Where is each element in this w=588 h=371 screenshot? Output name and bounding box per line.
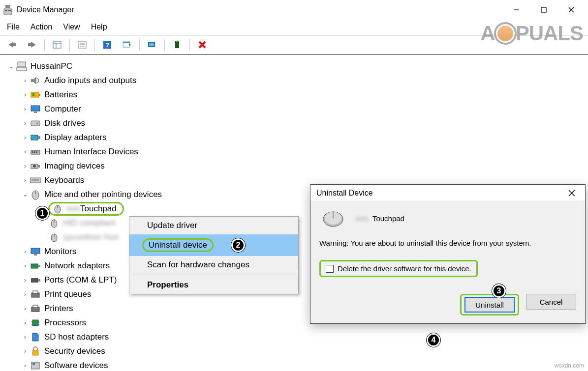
blurred-prefix: mm: [66, 202, 80, 216]
tree-item-disk[interactable]: › Disk drives: [3, 116, 585, 130]
chevron-right-icon[interactable]: ›: [21, 330, 30, 344]
svg-rect-23: [149, 43, 154, 46]
tree-label: Network adapters: [44, 259, 110, 273]
mouse-icon: [48, 232, 60, 243]
help-button[interactable]: ?: [99, 37, 116, 52]
menu-label: Properties: [147, 280, 188, 289]
svg-rect-61: [38, 265, 40, 267]
chevron-right-icon[interactable]: ›: [21, 344, 30, 358]
blurred-label: HID compliant: [63, 216, 116, 230]
chevron-right-icon[interactable]: ›: [21, 74, 30, 87]
tree-item-security[interactable]: › Security devices: [3, 344, 585, 358]
menu-uninstall-device[interactable]: Uninstall device: [129, 234, 298, 256]
minimize-button[interactable]: [502, 0, 530, 20]
chevron-right-icon[interactable]: ›: [21, 259, 30, 273]
menu-action[interactable]: Action: [31, 23, 52, 31]
tree-label: Processors: [44, 316, 86, 330]
menu-file[interactable]: File: [7, 23, 20, 31]
mouse-icon: [52, 203, 63, 214]
uninstall-button[interactable]: Uninstall: [464, 297, 515, 313]
forward-button[interactable]: [24, 37, 40, 52]
dialog-title-text: Uninstall Device: [316, 189, 373, 198]
svg-rect-35: [34, 112, 37, 113]
tree-item-batteries[interactable]: › Batteries: [3, 87, 585, 102]
tree-label: Printers: [44, 302, 73, 315]
mouse-large-icon: [319, 207, 349, 229]
svg-rect-10: [53, 41, 61, 48]
svg-rect-60: [31, 264, 38, 268]
tree-item-audio[interactable]: › Audio inputs and outputs: [3, 73, 585, 87]
tree-label: Human Interface Devices: [44, 145, 138, 159]
dialog-close-button[interactable]: [564, 189, 579, 198]
device-info-row: mm Touchpad: [319, 207, 576, 229]
chevron-right-icon[interactable]: ›: [21, 159, 30, 173]
svg-rect-31: [31, 92, 39, 97]
menu-scan-hardware[interactable]: Scan for hardware changes: [129, 256, 298, 274]
button-label: Uninstall: [475, 301, 504, 309]
cancel-button[interactable]: Cancel: [526, 294, 576, 310]
chevron-right-icon[interactable]: ›: [21, 116, 30, 130]
svg-rect-32: [39, 94, 40, 96]
properties-button[interactable]: [74, 37, 91, 52]
cpu-icon: [30, 317, 41, 328]
tree-label: Imaging devices: [44, 159, 105, 173]
tree-item-hid[interactable]: › Human Interface Devices: [3, 144, 585, 159]
svg-rect-0: [5, 5, 10, 8]
callout-1: 1: [35, 206, 49, 220]
menu-update-driver[interactable]: Update driver: [129, 217, 298, 234]
svg-rect-59: [34, 254, 37, 256]
chevron-down-icon[interactable]: ⌄: [21, 188, 30, 201]
chevron-right-icon[interactable]: ›: [21, 88, 30, 102]
chevron-right-icon[interactable]: ›: [21, 359, 30, 371]
chevron-right-icon[interactable]: ›: [21, 273, 30, 287]
uninstall-device-button[interactable]: [194, 37, 211, 52]
tree-label: Batteries: [44, 88, 77, 102]
svg-rect-43: [36, 151, 37, 153]
menu-help[interactable]: Help: [91, 23, 107, 31]
chevron-right-icon[interactable]: ›: [21, 173, 30, 187]
callout-3: 3: [492, 284, 506, 298]
keyboard-icon: [30, 175, 41, 186]
chevron-right-icon[interactable]: ›: [21, 302, 30, 315]
svg-point-37: [36, 122, 38, 124]
show-hide-console-button[interactable]: [49, 37, 65, 52]
svg-rect-36: [31, 121, 40, 126]
scan-hardware-button[interactable]: [119, 37, 135, 52]
svg-marker-30: [31, 77, 36, 85]
svg-marker-8: [8, 42, 16, 48]
tree-item-imaging[interactable]: › Imaging devices: [3, 159, 585, 173]
update-driver-button[interactable]: [144, 37, 160, 52]
svg-rect-68: [32, 320, 38, 326]
enable-device-button[interactable]: [169, 37, 186, 52]
maximize-button[interactable]: [530, 0, 557, 20]
tree-item-sd[interactable]: › SD host adapters: [3, 330, 585, 344]
svg-rect-1: [4, 9, 12, 14]
checkbox-label: Delete the driver software for this devi…: [338, 264, 471, 273]
chevron-right-icon[interactable]: ›: [21, 287, 30, 301]
menu-separator: [131, 275, 296, 275]
tree-label: Software devices: [44, 359, 108, 371]
watermark-post: PUALS: [516, 22, 583, 45]
chevron-right-icon[interactable]: ›: [21, 145, 30, 159]
chevron-right-icon[interactable]: ›: [21, 131, 30, 144]
svg-rect-38: [31, 135, 38, 140]
tree-label: Disk drives: [44, 116, 85, 130]
tree-item-display[interactable]: › Display adapters: [3, 130, 585, 144]
close-button[interactable]: [557, 0, 585, 20]
tree-label: Ports (COM & LPT): [44, 273, 117, 287]
delete-driver-checkbox[interactable]: [326, 265, 334, 273]
tree-item-software[interactable]: › Software devices: [3, 358, 585, 371]
tree-root[interactable]: ⌄ HussainPC: [3, 59, 585, 73]
chevron-right-icon[interactable]: ›: [21, 102, 30, 116]
back-button[interactable]: [4, 37, 21, 52]
menu-properties[interactable]: Properties: [129, 276, 298, 294]
tree-label: Print queues: [44, 287, 91, 301]
blurred-prefix: mm: [356, 214, 371, 223]
chevron-down-icon[interactable]: ⌄: [7, 59, 16, 73]
menu-view[interactable]: View: [63, 23, 80, 31]
chevron-right-icon[interactable]: ›: [21, 316, 30, 330]
chevron-right-icon[interactable]: ›: [21, 245, 30, 258]
battery-icon: [30, 89, 41, 100]
touchpad-label: Touchpad: [80, 202, 117, 216]
tree-item-computer[interactable]: › Computer: [3, 102, 585, 116]
